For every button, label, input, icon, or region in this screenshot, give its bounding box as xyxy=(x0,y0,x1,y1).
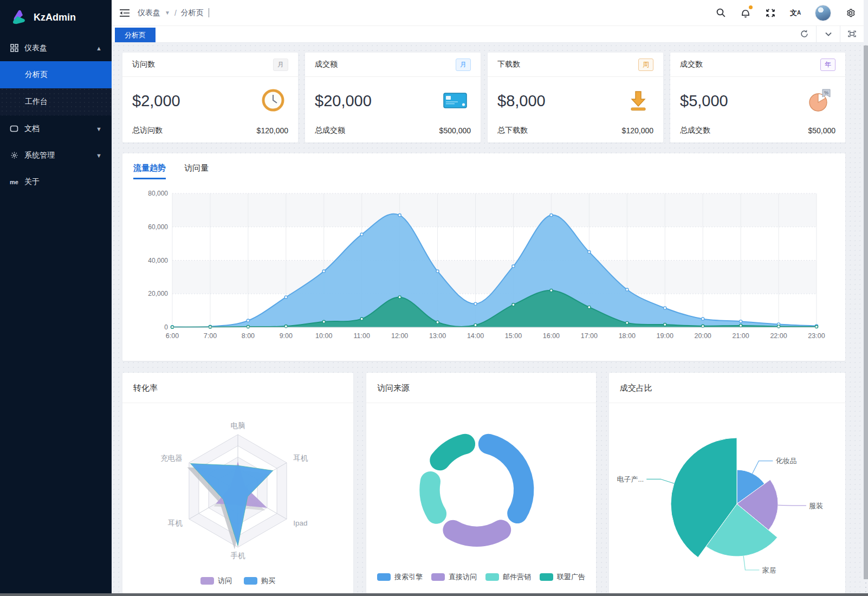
svg-text:20:00: 20:00 xyxy=(695,332,711,340)
card-title: 转化率 xyxy=(122,373,353,403)
sidebar-item-label: 关于 xyxy=(24,177,102,187)
pie-percent-icon: % xyxy=(807,88,832,114)
legend-swatch xyxy=(244,577,257,585)
sidebar-item-label: 分析页 xyxy=(25,70,102,80)
svg-text:60,000: 60,000 xyxy=(148,223,168,231)
svg-text:15:00: 15:00 xyxy=(505,332,522,340)
breadcrumb-separator: / xyxy=(174,9,177,17)
legend-label: 购买 xyxy=(261,576,275,586)
legend-item[interactable]: 搜索引擎 xyxy=(377,572,423,582)
deal-share-card: 成交占比 化妆品服装家居电子产... xyxy=(609,373,845,593)
conversion-card: 转化率 电脑耳机Ipad手机耳机充电器 访问 购买 xyxy=(122,373,353,593)
bank-card-icon xyxy=(443,90,468,112)
vertical-scrollbar[interactable] xyxy=(864,43,868,593)
period-badge[interactable]: 周 xyxy=(638,59,653,71)
sidebar-item-dashboard[interactable]: 仪表盘 ▲ xyxy=(0,35,112,61)
fullscreen-icon[interactable] xyxy=(765,8,776,18)
search-icon[interactable] xyxy=(715,8,726,18)
legend-swatch xyxy=(485,573,499,581)
svg-text:Ipad: Ipad xyxy=(293,519,307,527)
conversion-radar-chart[interactable]: 电脑耳机Ipad手机耳机充电器 xyxy=(122,403,353,574)
traffic-area-chart[interactable]: 020,00040,00060,00080,0006:007:008:009:0… xyxy=(122,179,845,348)
top-header: 仪表盘 ▼ / 分析页 文A xyxy=(112,0,864,26)
collapse-sidebar-icon[interactable] xyxy=(119,8,130,18)
dashboard-grid-icon xyxy=(10,44,18,53)
trend-tabs: 流量趋势 访问量 xyxy=(122,153,845,179)
legend-item[interactable]: 邮件营销 xyxy=(485,572,531,582)
breadcrumb-level1[interactable]: 仪表盘 xyxy=(138,8,160,18)
legend-item[interactable]: 访问 xyxy=(200,576,232,586)
tab-controls xyxy=(792,25,864,42)
legend-item[interactable]: 购买 xyxy=(244,576,275,586)
svg-text:13:00: 13:00 xyxy=(429,332,446,340)
stat-footer-label: 总成交数 xyxy=(680,126,710,135)
legend-label: 联盟广告 xyxy=(557,572,585,582)
tab-traffic-trend[interactable]: 流量趋势 xyxy=(133,163,166,179)
svg-text:40,000: 40,000 xyxy=(148,257,168,264)
stat-footer-value: $50,000 xyxy=(808,126,835,135)
sources-donut-chart[interactable] xyxy=(366,403,596,570)
svg-text:11:00: 11:00 xyxy=(354,332,370,340)
svg-text:充电器: 充电器 xyxy=(160,454,183,462)
traffic-trend-card: 流量趋势 访问量 020,00040,00060,00080,0006:007:… xyxy=(122,153,845,361)
sidebar-item-docs[interactable]: 文档 ▼ xyxy=(0,115,112,142)
refresh-icon[interactable] xyxy=(792,25,816,42)
legend-label: 访问 xyxy=(218,576,232,586)
donut-legend: 搜索引擎 直接访问 邮件营销 联盟广告 xyxy=(366,572,596,582)
deals-rose-pie-chart[interactable]: 化妆品服装家居电子产... xyxy=(609,403,845,593)
chevron-down-icon: ▼ xyxy=(165,10,170,16)
app-logo[interactable]: KzAdmin xyxy=(0,0,112,35)
sidebar: KzAdmin 仪表盘 ▲ 分析页 工作台 文档 ▼ 系统管理 xyxy=(0,0,112,596)
main-area: 仪表盘 ▼ / 分析页 文A xyxy=(112,0,864,596)
period-badge[interactable]: 月 xyxy=(273,59,288,71)
tab-analysis[interactable]: 分析页 xyxy=(115,28,156,42)
stat-card-downloads: 下载数 周 $8,000 总下载数 $120,000 xyxy=(488,53,663,142)
sidebar-item-label: 系统管理 xyxy=(24,151,96,160)
user-avatar[interactable] xyxy=(815,5,831,21)
stat-card-title: 成交额 xyxy=(315,60,338,69)
legend-item[interactable]: 直接访问 xyxy=(431,572,477,582)
bottom-scrollbar[interactable] xyxy=(0,593,868,596)
svg-text:10:00: 10:00 xyxy=(315,332,332,340)
page-tab-bar: 分析页 xyxy=(112,26,864,43)
scrollbar-thumb[interactable] xyxy=(864,46,868,579)
sidebar-item-analysis[interactable]: 分析页 xyxy=(0,61,112,88)
svg-text:%: % xyxy=(824,90,828,95)
svg-text:化妆品: 化妆品 xyxy=(775,457,796,465)
tab-visits[interactable]: 访问量 xyxy=(184,163,209,179)
card-title: 成交占比 xyxy=(609,373,845,403)
chevron-down-icon: ▼ xyxy=(96,152,102,159)
period-badge[interactable]: 年 xyxy=(820,59,835,71)
clock-icon xyxy=(261,88,285,114)
settings-gear-icon[interactable] xyxy=(845,8,856,18)
maximize-icon[interactable] xyxy=(840,25,864,42)
download-icon xyxy=(626,88,650,114)
svg-text:14:00: 14:00 xyxy=(467,332,484,340)
stat-card-title: 访问数 xyxy=(132,60,155,69)
svg-text:家居: 家居 xyxy=(762,566,776,574)
stat-card-revenue: 成交额 月 $20,000 总成交额 $500,000 xyxy=(305,53,481,142)
legend-item[interactable]: 联盟广告 xyxy=(540,572,585,582)
legend-swatch xyxy=(540,573,553,581)
notifications-bell-icon[interactable] xyxy=(740,8,751,18)
sidebar-item-label: 文档 xyxy=(24,124,96,134)
legend-label: 邮件营销 xyxy=(503,572,531,582)
sidebar-item-system[interactable]: 系统管理 ▼ xyxy=(0,142,112,169)
svg-text:17:00: 17:00 xyxy=(581,332,598,340)
breadcrumb-level2[interactable]: 分析页 xyxy=(181,8,204,18)
svg-text:12:00: 12:00 xyxy=(391,332,408,340)
sidebar-submenu: 分析页 工作台 xyxy=(0,61,112,115)
sidebar-item-workbench[interactable]: 工作台 xyxy=(0,88,112,115)
stat-footer-label: 总访问数 xyxy=(132,126,163,135)
svg-text:0: 0 xyxy=(164,323,168,331)
sidebar-item-about[interactable]: me 关于 xyxy=(0,169,112,195)
app-name: KzAdmin xyxy=(34,12,76,23)
translate-icon[interactable]: 文A xyxy=(790,8,801,18)
chevron-down-icon[interactable] xyxy=(816,25,840,42)
stat-footer-label: 总成交额 xyxy=(315,126,345,135)
document-icon xyxy=(10,125,18,133)
card-title: 访问来源 xyxy=(366,373,596,403)
sidebar-item-label: 工作台 xyxy=(25,97,102,107)
period-badge[interactable]: 月 xyxy=(456,59,471,71)
breadcrumb: 仪表盘 ▼ / 分析页 xyxy=(138,8,209,18)
